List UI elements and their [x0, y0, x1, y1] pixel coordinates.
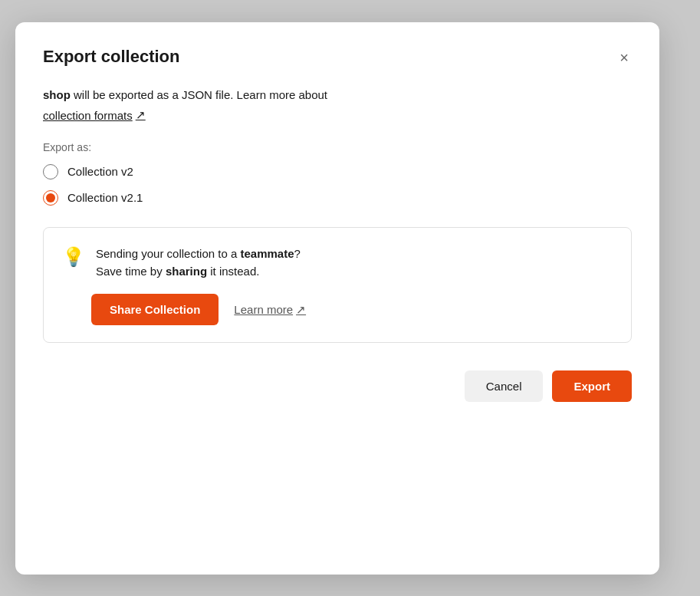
export-collection-modal: Export collection × shop will be exporte… — [15, 22, 659, 575]
learn-more-arrow: ↗ — [296, 303, 306, 317]
radio-input-v21[interactable] — [43, 190, 58, 206]
external-link-arrow: ↗ — [136, 108, 146, 122]
description-text: will be exported as a JSON file. Learn m… — [74, 88, 327, 101]
radio-collection-v21[interactable]: Collection v2.1 — [43, 190, 632, 206]
collection-name: shop — [43, 88, 71, 101]
sharing-info-box: 💡 Sending your collection to a teammate?… — [43, 227, 632, 344]
modal-overlay: Export collection × shop will be exporte… — [15, 7, 682, 590]
learn-more-text: Learn more — [234, 303, 293, 316]
radio-input-v2[interactable] — [43, 164, 58, 179]
info-line2-prefix: Save time by — [96, 265, 166, 278]
export-button[interactable]: Export — [552, 370, 632, 402]
modal-footer: Cancel Export — [43, 370, 632, 402]
lightbulb-icon: 💡 — [62, 246, 85, 268]
modal-description: shop will be exported as a JSON file. Le… — [43, 87, 632, 104]
info-sharing: sharing — [166, 265, 207, 278]
modal-title: Export collection — [43, 47, 179, 67]
modal-header: Export collection × — [43, 47, 632, 68]
cancel-button[interactable]: Cancel — [465, 370, 544, 402]
collection-formats-link[interactable]: collection formats ↗ — [43, 108, 146, 122]
export-as-label: Export as: — [43, 141, 632, 153]
close-button[interactable]: × — [616, 47, 632, 68]
info-line2-suffix: it instead. — [207, 265, 259, 278]
info-box-content: 💡 Sending your collection to a teammate?… — [62, 245, 613, 281]
info-line1-suffix: ? — [294, 247, 301, 260]
info-box-actions: Share Collection Learn more ↗ — [91, 294, 613, 325]
collection-formats-text: collection formats — [43, 109, 133, 122]
export-format-radio-group: Collection v2 Collection v2.1 — [43, 164, 632, 206]
radio-label-v21: Collection v2.1 — [67, 191, 143, 204]
learn-more-link[interactable]: Learn more ↗ — [234, 303, 306, 317]
radio-collection-v2[interactable]: Collection v2 — [43, 164, 632, 179]
info-teammate: teammate — [240, 247, 294, 260]
radio-label-v2: Collection v2 — [67, 165, 133, 178]
share-collection-button[interactable]: Share Collection — [91, 294, 219, 325]
info-line1-prefix: Sending your collection to a — [96, 247, 240, 260]
info-text: Sending your collection to a teammate? S… — [96, 245, 301, 281]
